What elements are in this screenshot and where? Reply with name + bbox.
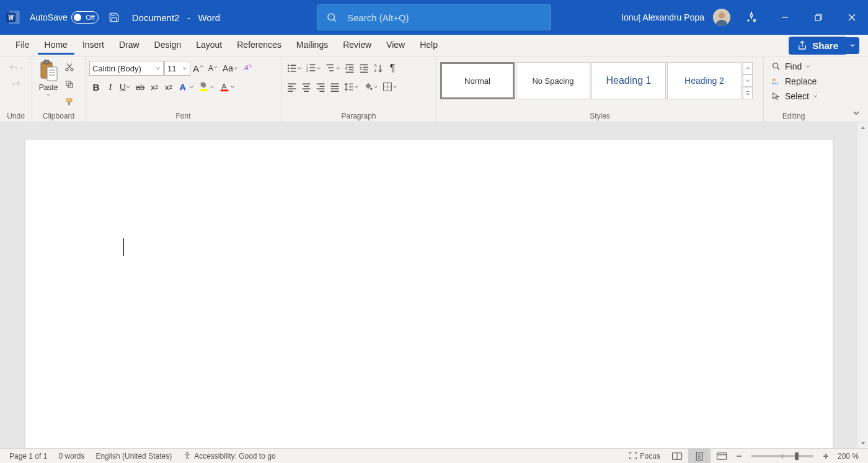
save-icon[interactable]: [106, 5, 122, 30]
scroll-up-button[interactable]: [857, 122, 868, 133]
find-button[interactable]: Find: [768, 60, 814, 73]
paste-button[interactable]: Paste: [36, 58, 61, 98]
titlebar-right: Ionuț Alexandru Popa: [621, 5, 868, 30]
redo-button[interactable]: [9, 77, 24, 92]
tab-help[interactable]: Help: [413, 37, 445, 55]
align-center-button[interactable]: [299, 79, 313, 94]
justify-button[interactable]: [328, 79, 342, 94]
clear-formatting-button[interactable]: A: [241, 61, 255, 76]
borders-button[interactable]: [381, 79, 399, 94]
style-heading2[interactable]: Heading 2: [667, 62, 742, 99]
print-layout-button[interactable]: [688, 449, 711, 464]
read-mode-button[interactable]: [666, 449, 688, 464]
document-title[interactable]: Document2 - Word: [132, 12, 220, 23]
share-button[interactable]: Share: [789, 37, 847, 55]
select-button[interactable]: Select: [768, 89, 822, 103]
collapse-ribbon-button[interactable]: [849, 106, 863, 120]
style-expand[interactable]: [743, 87, 753, 99]
zoom-in-button[interactable]: [820, 449, 832, 464]
tab-file[interactable]: File: [9, 37, 37, 55]
word-app-icon[interactable]: [5, 9, 22, 26]
tab-design[interactable]: Design: [148, 37, 188, 55]
tab-insert[interactable]: Insert: [76, 37, 111, 55]
document-page[interactable]: [25, 140, 833, 448]
tab-view[interactable]: View: [379, 37, 412, 55]
zoom-level[interactable]: 200 %: [832, 452, 864, 461]
strikethrough-button[interactable]: ab: [133, 79, 147, 94]
autosave-control[interactable]: AutoSave Off: [30, 11, 99, 24]
change-case-button[interactable]: Aa: [221, 61, 240, 76]
bold-button[interactable]: B: [89, 79, 103, 94]
tab-review[interactable]: Review: [336, 37, 378, 55]
numbering-button[interactable]: 123: [304, 61, 323, 76]
undo-button[interactable]: [6, 61, 26, 76]
highlight-button[interactable]: [197, 79, 216, 94]
increase-font-button[interactable]: A: [191, 61, 206, 76]
font-size-combo[interactable]: 11: [164, 61, 190, 76]
bullets-button[interactable]: [285, 61, 304, 76]
zoom-slider[interactable]: [751, 455, 813, 457]
minimize-button[interactable]: [773, 5, 797, 30]
close-button[interactable]: [839, 5, 864, 30]
style-scroll-up[interactable]: [743, 62, 753, 74]
tab-references[interactable]: References: [230, 37, 288, 55]
text-effects-button[interactable]: A: [176, 79, 196, 94]
svg-point-33: [288, 65, 289, 66]
search-box[interactable]: Search (Alt+Q): [317, 4, 551, 30]
autosave-toggle[interactable]: Off: [71, 11, 99, 24]
font-color-button[interactable]: A: [217, 79, 237, 94]
scroll-down-button[interactable]: [857, 438, 868, 448]
tab-home[interactable]: Home: [38, 37, 74, 55]
style-normal[interactable]: Normal: [440, 62, 515, 99]
sort-button[interactable]: AZ: [371, 61, 385, 76]
coming-soon-icon[interactable]: [739, 5, 764, 30]
font-name-combo[interactable]: Calibri (Body): [89, 61, 164, 76]
status-words[interactable]: 0 words: [53, 452, 90, 461]
decrease-font-button[interactable]: A: [206, 61, 220, 76]
line-spacing-button[interactable]: [342, 79, 361, 94]
style-heading1[interactable]: Heading 1: [591, 62, 666, 99]
share-dropdown[interactable]: [846, 37, 859, 54]
tab-mailings[interactable]: Mailings: [290, 37, 335, 55]
style-scroll-down[interactable]: [743, 74, 753, 87]
copy-button[interactable]: [63, 77, 76, 92]
vertical-scrollbar[interactable]: [857, 122, 868, 448]
superscript-button[interactable]: x2: [162, 79, 175, 94]
format-painter-button[interactable]: [62, 94, 77, 109]
group-editing: Find abac Replace Select Editing: [764, 56, 823, 122]
avatar[interactable]: [713, 9, 730, 26]
svg-line-22: [68, 64, 72, 68]
chevron-down-icon: [156, 66, 161, 71]
svg-rect-27: [68, 102, 70, 105]
style-no-spacing[interactable]: No Spacing: [516, 62, 590, 99]
align-right-button[interactable]: [314, 79, 327, 94]
multilevel-list-button[interactable]: [324, 61, 342, 76]
status-language[interactable]: English (United States): [90, 452, 177, 461]
subscript-button[interactable]: x2: [148, 79, 161, 94]
zoom-thumb[interactable]: [795, 452, 799, 460]
cut-button[interactable]: [63, 60, 76, 74]
group-styles: Normal No Spacing Heading 1 Heading 2 St…: [436, 56, 764, 122]
italic-button[interactable]: I: [104, 79, 117, 94]
status-page[interactable]: Page 1 of 1: [4, 452, 53, 461]
decrease-indent-button[interactable]: [343, 61, 356, 76]
zoom-out-button[interactable]: [733, 449, 745, 464]
web-layout-button[interactable]: [711, 449, 733, 464]
status-right: Focus 200 %: [623, 449, 864, 464]
svg-text:A: A: [374, 63, 378, 68]
replace-button[interactable]: abac Replace: [768, 74, 820, 88]
tab-layout[interactable]: Layout: [189, 37, 229, 55]
underline-button[interactable]: U: [118, 79, 133, 94]
show-marks-button[interactable]: ¶: [386, 61, 399, 76]
status-accessibility[interactable]: Accessibility: Good to go: [177, 451, 281, 461]
svg-rect-62: [288, 91, 293, 92]
focus-button[interactable]: Focus: [623, 451, 666, 461]
paste-icon: [38, 60, 58, 82]
chevron-down-icon: [805, 64, 810, 69]
tab-draw[interactable]: Draw: [112, 37, 146, 55]
user-name[interactable]: Ionuț Alexandru Popa: [621, 12, 704, 22]
shading-button[interactable]: [361, 79, 380, 94]
increase-indent-button[interactable]: [357, 61, 371, 76]
align-left-button[interactable]: [285, 79, 299, 94]
restore-button[interactable]: [806, 5, 831, 30]
